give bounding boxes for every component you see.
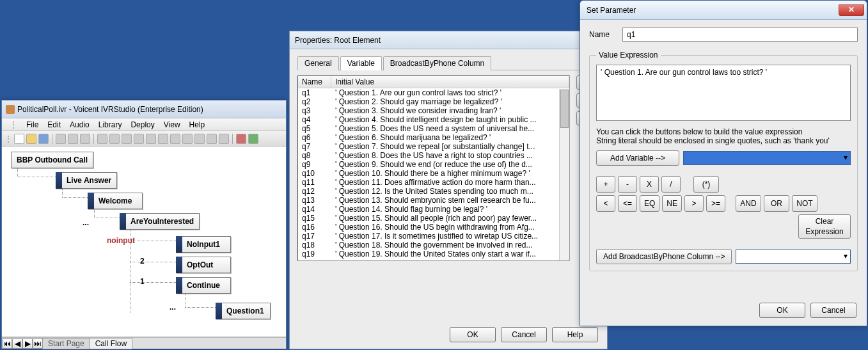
ivr-titlebar[interactable]: PoliticalPoll.ivr - Voicent IVRStudio (E… [2, 100, 286, 118]
table-row[interactable]: q20 ' Question 20 Should stopping illega… [298, 259, 569, 260]
menu-help[interactable]: Help [185, 120, 209, 129]
set-parameter-titlebar[interactable]: Set Parameter ✕ [580, 1, 867, 20]
table-row[interactable]: q6 ' Question 6. Should marijuana be leg… [298, 133, 569, 142]
new-icon[interactable] [14, 134, 24, 144]
op-and[interactable]: AND [736, 195, 761, 212]
help-button[interactable]: Help [552, 327, 598, 342]
tool-icon[interactable] [170, 134, 180, 144]
table-row[interactable]: q8 ' Question 8. Does the US have a righ… [298, 151, 569, 160]
tab-nav-first[interactable]: ⏮ [2, 338, 12, 349]
table-row[interactable]: q16 ' Question 16. Should the US begin w… [298, 223, 569, 232]
node-outbound-call[interactable]: BBP Outbound Call [11, 152, 93, 168]
node-are-you-interested[interactable]: AreYouInterested [120, 213, 200, 230]
table-row[interactable]: q2 ' Question 2. Should gay marriage be … [298, 97, 569, 106]
op-minus[interactable]: - [618, 176, 637, 193]
table-row[interactable]: q19 ' Question 19. Should the United Sta… [298, 250, 569, 259]
clear-expression-button[interactable]: Clear Expression [798, 214, 851, 239]
cancel-button[interactable]: Cancel [501, 327, 547, 342]
paste-icon[interactable] [80, 134, 90, 144]
table-row[interactable]: q15 ' Question 15. Should all people (ri… [298, 214, 569, 223]
table-row[interactable]: q18 ' Question 18. Should the government… [298, 241, 569, 250]
call-flow-canvas[interactable]: BBP Outbound Call Live Answer Welcome Ar… [2, 147, 286, 337]
menu-audio[interactable]: Audio [66, 120, 93, 129]
stop-icon[interactable] [236, 134, 246, 144]
tool-icon[interactable] [134, 134, 144, 144]
table-row[interactable]: q4 ' Question 4. Should intelligent desi… [298, 115, 569, 124]
table-row[interactable]: q13 ' Question 13. Should embryonic stem… [298, 196, 569, 205]
table-row[interactable]: q5 ' Question 5. Does the US need a syst… [298, 124, 569, 133]
tool-icon[interactable] [109, 134, 120, 144]
tool-icon[interactable] [219, 134, 229, 144]
node-question1[interactable]: Question1 [216, 303, 271, 319]
op-mul[interactable]: X [640, 176, 659, 193]
add-variable-button[interactable]: Add Variable --> [596, 150, 679, 166]
op-lt[interactable]: < [596, 195, 615, 212]
menu-edit[interactable]: Edit [43, 120, 65, 129]
col-initial-value[interactable]: Initial Value [331, 76, 569, 88]
table-row[interactable]: q3 ' Question 3. Should we consider inva… [298, 106, 569, 115]
tab-broadcast-column[interactable]: BroadcastByPhone Column [383, 56, 491, 70]
tool-icon[interactable] [194, 134, 205, 144]
menu-deploy[interactable]: Deploy [127, 120, 158, 129]
variable-combo[interactable] [683, 151, 851, 165]
close-icon[interactable]: ✕ [839, 4, 864, 16]
tab-start-page[interactable]: Start Page [42, 338, 90, 349]
open-icon[interactable] [26, 134, 36, 144]
expression-textarea[interactable]: ' Question 1. Are our gun control laws t… [596, 65, 851, 121]
tab-nav-last[interactable]: ⏭ [33, 338, 43, 349]
menu-view[interactable]: View [160, 120, 184, 129]
node-noinput1[interactable]: NoInput1 [176, 236, 231, 253]
value-expression-group: Value Expression ' Question 1. Are our g… [589, 51, 858, 271]
tab-nav-prev[interactable]: ◀ [12, 338, 22, 349]
node-live-answer[interactable]: Live Answer [56, 172, 117, 189]
node-continue[interactable]: Continue [176, 277, 231, 294]
cut-icon[interactable] [56, 134, 66, 144]
table-row[interactable]: q1 ' Question 1. Are our gun control law… [298, 88, 569, 97]
node-welcome[interactable]: Welcome [88, 193, 143, 209]
variable-table[interactable]: Name Initial Value q1 ' Question 1. Are … [297, 76, 570, 261]
table-row[interactable]: q14 ' Question 14. Should flag burning b… [298, 205, 569, 214]
run-icon[interactable] [248, 134, 258, 144]
node-optout[interactable]: OptOut [176, 257, 231, 273]
menu-library[interactable]: Library [95, 120, 126, 129]
save-icon[interactable] [38, 134, 49, 144]
copy-icon[interactable] [68, 134, 78, 144]
scrollbar[interactable] [559, 89, 569, 260]
op-gt[interactable]: > [684, 195, 704, 212]
op-ge[interactable]: >= [706, 195, 725, 212]
tool-icon[interactable] [146, 134, 156, 144]
op-ne[interactable]: NE [662, 195, 682, 212]
add-bbp-column-button[interactable]: Add BroadcastByPhone Column --> [596, 249, 732, 264]
set-parameter-dialog: Set Parameter ✕ Name q1 Value Expression… [580, 0, 867, 326]
cancel-button[interactable]: Cancel [810, 303, 856, 318]
op-paren[interactable]: (*) [693, 176, 719, 193]
menu-file[interactable]: File [22, 120, 42, 129]
properties-titlebar[interactable]: Properties: Root Element [290, 31, 607, 49]
op-plus[interactable]: + [596, 176, 615, 193]
tool-icon[interactable] [97, 134, 107, 144]
ok-button[interactable]: OK [450, 327, 496, 342]
op-eq[interactable]: EQ [640, 195, 659, 212]
bbp-column-combo[interactable] [736, 250, 851, 264]
col-name[interactable]: Name [298, 76, 331, 88]
tool-icon[interactable] [182, 134, 193, 144]
table-row[interactable]: q9 ' Question 9. Should we end (or reduc… [298, 160, 569, 169]
ok-button[interactable]: OK [759, 303, 805, 318]
name-input[interactable]: q1 [622, 28, 858, 42]
tab-general[interactable]: General [297, 56, 339, 70]
tab-call-flow[interactable]: Call Flow [90, 338, 132, 349]
tab-variable[interactable]: Variable [340, 56, 382, 70]
tool-icon[interactable] [207, 134, 217, 144]
table-row[interactable]: q10 ' Question 10. Should there be a hig… [298, 169, 569, 178]
table-row[interactable]: q11 ' Question 11. Does affirmative acti… [298, 178, 569, 187]
table-row[interactable]: q7 ' Question 7. Should we repeal [or su… [298, 142, 569, 151]
op-not[interactable]: NOT [792, 195, 817, 212]
op-le[interactable]: <= [618, 195, 637, 212]
op-div[interactable]: / [661, 176, 681, 193]
table-row[interactable]: q12 ' Question 12. Is the United States … [298, 187, 569, 196]
tool-icon[interactable] [158, 134, 168, 144]
table-row[interactable]: q17 ' Question 17. Is it sometimes justi… [298, 232, 569, 241]
tool-icon[interactable] [122, 134, 132, 144]
tab-nav-next[interactable]: ▶ [22, 338, 33, 349]
op-or[interactable]: OR [764, 195, 789, 212]
